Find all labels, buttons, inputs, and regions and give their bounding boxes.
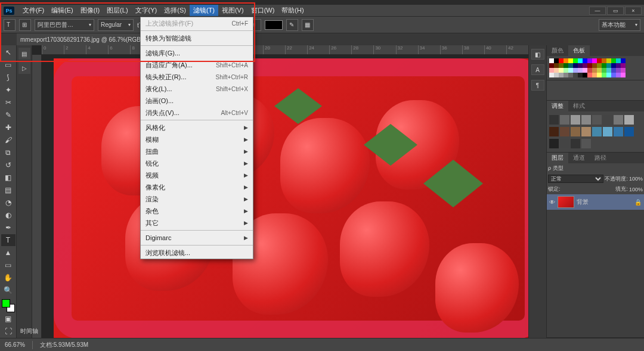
submenu-other[interactable]: 其它▶	[141, 217, 253, 229]
crop-tool[interactable]: ✂	[1, 97, 16, 108]
adjust-row-1[interactable]	[549, 114, 642, 126]
move-tool[interactable]: ↖	[1, 46, 16, 58]
dodge-tool[interactable]: ◐	[1, 209, 16, 221]
screenmode-button[interactable]: ⛶	[1, 325, 16, 337]
eyedropper-tool[interactable]: ✎	[1, 109, 16, 121]
text-color-swatch[interactable]	[265, 20, 283, 30]
menu-select[interactable]: 选择(S)	[160, 5, 190, 16]
submenu-noise[interactable]: 杂色▶	[141, 205, 253, 217]
color-tab[interactable]: 颜色	[547, 45, 568, 56]
swatches-grid[interactable]	[549, 58, 642, 77]
menu-convert-smart[interactable]: 转换为智能滤镜	[141, 32, 253, 44]
layer-row-background[interactable]: 👁 背景 🔒	[547, 194, 644, 210]
toggle-panels-button[interactable]: ▦	[302, 19, 314, 31]
opacity-value[interactable]: 100%	[629, 176, 643, 182]
gradient-tool[interactable]: ▤	[1, 184, 16, 196]
font-family-dropdown[interactable]: 阿里巴巴普…	[35, 19, 94, 31]
menu-layer[interactable]: 图层(L)	[103, 5, 131, 16]
menu-browse-online[interactable]: 浏览联机滤镜...	[141, 247, 253, 259]
mini-para-icon[interactable]: ¶	[531, 80, 544, 91]
menu-last-filter[interactable]: 上次滤镜操作(F)Ctrl+F	[141, 17, 253, 29]
toolbox: ↖ ▭ ⟆ ✦ ✂ ✎ ✚ 🖌 ⧉ ↺ ◧ ▤ ◔ ◐ ✒ T ▲ ▭ ✋ 🔍 …	[0, 45, 17, 338]
menu-edit[interactable]: 编辑(E)	[48, 5, 77, 16]
collapsed-panel-dock: ▤ ▷	[17, 45, 32, 338]
ruler-vertical[interactable]	[32, 55, 42, 338]
submenu-digimarc[interactable]: Digimarc▶	[141, 232, 253, 244]
zoom-tool[interactable]: 🔍	[1, 284, 16, 296]
menu-filter-gallery[interactable]: 滤镜库(G)...	[141, 47, 253, 59]
status-bar: 66.67% 文档:5.93M/5.93M	[0, 338, 644, 351]
styles-tab[interactable]: 样式	[568, 101, 590, 111]
color-panel: 颜色 色板	[547, 45, 644, 80]
mini-char-icon[interactable]: A	[531, 64, 544, 75]
menu-vanishing-point[interactable]: 消失点(V)...Alt+Ctrl+V	[141, 107, 253, 119]
zoom-level[interactable]: 66.67%	[5, 341, 25, 348]
canvas-area: 024681012141618202224262830323436384042	[32, 45, 528, 338]
shape-tool[interactable]: ▭	[1, 259, 16, 271]
adjust-row-3[interactable]	[549, 138, 642, 150]
brush-tool[interactable]: 🖌	[1, 134, 16, 146]
hand-tool[interactable]: ✋	[1, 272, 16, 284]
foreground-color-swatch[interactable]	[2, 299, 10, 307]
submenu-video[interactable]: 视频▶	[141, 169, 253, 181]
submenu-render[interactable]: 渲染▶	[141, 193, 253, 205]
history-brush-tool[interactable]: ↺	[1, 159, 16, 171]
collapsed-right-dock: ◧ A ¶	[528, 45, 546, 338]
layer-thumbnail[interactable]	[558, 196, 574, 208]
blend-mode-dropdown[interactable]: 正常	[548, 175, 603, 183]
fill-value[interactable]: 100%	[629, 187, 643, 192]
window-close-button[interactable]: ×	[625, 7, 642, 15]
menu-window[interactable]: 窗口(W)	[247, 5, 278, 16]
menu-help[interactable]: 帮助(H)	[278, 5, 307, 16]
menu-lens-correction[interactable]: 镜头校正(R)...Shift+Ctrl+R	[141, 71, 253, 83]
menu-type[interactable]: 文字(Y)	[132, 5, 161, 16]
submenu-stylize[interactable]: 风格化▶	[141, 122, 253, 133]
lasso-tool[interactable]: ⟆	[1, 72, 16, 83]
menu-oil-paint[interactable]: 油画(O)...	[141, 95, 253, 107]
ruler-horizontal[interactable]: 024681012141618202224262830323436384042	[42, 45, 528, 55]
menu-file[interactable]: 文件(F)	[19, 5, 48, 16]
workspace-dropdown[interactable]: 基本功能	[599, 19, 640, 31]
warp-text-button[interactable]: ✎	[286, 19, 298, 31]
eye-icon[interactable]: 👁	[549, 199, 555, 206]
menu-filter[interactable]: 滤镜(T)	[190, 5, 218, 16]
font-style-dropdown[interactable]: Regular	[98, 19, 134, 31]
window-min-button[interactable]: —	[589, 7, 606, 15]
menu-adaptive-wide[interactable]: 自适应广角(A)...Shift+Ctrl+A	[141, 59, 253, 71]
adjust-row-2[interactable]	[549, 126, 642, 138]
channels-tab[interactable]: 通道	[568, 153, 590, 163]
path-select-tool[interactable]: ▲	[1, 247, 16, 259]
swatches-tab[interactable]: 色板	[568, 45, 590, 56]
eraser-tool[interactable]: ◧	[1, 172, 16, 184]
menu-image[interactable]: 图像(I)	[77, 5, 103, 16]
layers-tab[interactable]: 图层	[547, 153, 568, 163]
stamp-tool[interactable]: ⧉	[1, 147, 16, 159]
adjustments-tab[interactable]: 调整	[547, 101, 568, 111]
text-orientation-button[interactable]: ⊞	[19, 19, 31, 31]
adjustments-panel: 调整 样式	[547, 101, 644, 153]
submenu-pixelate[interactable]: 像素化▶	[141, 181, 253, 193]
tool-preset-button[interactable]: T	[4, 19, 16, 31]
submenu-blur[interactable]: 模糊▶	[141, 133, 253, 145]
healing-tool[interactable]: ✚	[1, 122, 16, 133]
menu-view[interactable]: 视图(V)	[218, 5, 247, 16]
pen-tool[interactable]: ✒	[1, 222, 16, 234]
doc-size[interactable]: 文档:5.93M/5.93M	[40, 341, 88, 349]
submenu-sharpen[interactable]: 锐化▶	[141, 157, 253, 169]
right-panel-dock: 颜色 色板 调整 样式 图层 通道 路径	[546, 45, 644, 338]
quickmask-button[interactable]: ▣	[1, 313, 16, 325]
type-tool[interactable]: T	[1, 234, 16, 246]
menu-liquify[interactable]: 液化(L)...Shift+Ctrl+X	[141, 83, 253, 95]
wand-tool[interactable]: ✦	[1, 84, 16, 96]
document-canvas[interactable]	[54, 58, 528, 338]
history-panel-icon[interactable]: ▤	[18, 48, 30, 60]
document-tab[interactable]: mmexport1703058291736.jpg @ 66.7%(RGB/8)…	[17, 33, 159, 45]
blur-tool[interactable]: ◔	[1, 197, 16, 209]
paths-tab[interactable]: 路径	[590, 153, 611, 163]
window-max-button[interactable]: ▭	[607, 7, 624, 15]
mini-color-icon[interactable]: ◧	[531, 49, 544, 60]
submenu-distort[interactable]: 扭曲▶	[141, 145, 253, 157]
marquee-tool[interactable]: ▭	[1, 59, 16, 71]
color-picker[interactable]	[2, 299, 15, 312]
actions-panel-icon[interactable]: ▷	[18, 62, 30, 74]
